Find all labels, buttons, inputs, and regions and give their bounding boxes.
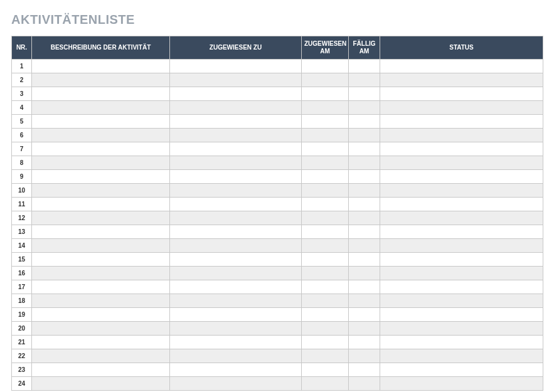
cell-status[interactable] xyxy=(380,101,543,115)
cell-assigned-to[interactable] xyxy=(170,377,302,391)
cell-due-on[interactable] xyxy=(349,280,380,294)
cell-due-on[interactable] xyxy=(349,267,380,280)
cell-due-on[interactable] xyxy=(349,211,380,225)
cell-assigned-to[interactable] xyxy=(170,73,302,87)
cell-description[interactable] xyxy=(32,322,170,336)
cell-due-on[interactable] xyxy=(349,198,380,211)
cell-due-on[interactable] xyxy=(349,115,380,129)
cell-assigned-to[interactable] xyxy=(170,308,302,322)
cell-description[interactable] xyxy=(32,198,170,211)
cell-due-on[interactable] xyxy=(349,184,380,198)
cell-assigned-to[interactable] xyxy=(170,322,302,336)
cell-description[interactable] xyxy=(32,211,170,225)
cell-description[interactable] xyxy=(32,225,170,239)
cell-description[interactable] xyxy=(32,73,170,87)
cell-assigned-to[interactable] xyxy=(170,60,302,73)
cell-assigned-to[interactable] xyxy=(170,156,302,170)
cell-description[interactable] xyxy=(32,294,170,308)
cell-assigned-to[interactable] xyxy=(170,170,302,184)
cell-status[interactable] xyxy=(380,211,543,225)
cell-assigned-on[interactable] xyxy=(302,184,349,198)
cell-assigned-on[interactable] xyxy=(302,129,349,142)
cell-due-on[interactable] xyxy=(349,322,380,336)
cell-assigned-on[interactable] xyxy=(302,198,349,211)
cell-assigned-to[interactable] xyxy=(170,253,302,267)
cell-status[interactable] xyxy=(380,156,543,170)
cell-assigned-on[interactable] xyxy=(302,142,349,156)
cell-due-on[interactable] xyxy=(349,349,380,363)
cell-status[interactable] xyxy=(380,239,543,253)
cell-assigned-on[interactable] xyxy=(302,294,349,308)
cell-description[interactable] xyxy=(32,336,170,349)
cell-assigned-on[interactable] xyxy=(302,322,349,336)
cell-assigned-on[interactable] xyxy=(302,239,349,253)
cell-assigned-on[interactable] xyxy=(302,253,349,267)
cell-assigned-to[interactable] xyxy=(170,267,302,280)
cell-assigned-on[interactable] xyxy=(302,115,349,129)
cell-due-on[interactable] xyxy=(349,142,380,156)
cell-due-on[interactable] xyxy=(349,363,380,377)
cell-assigned-on[interactable] xyxy=(302,377,349,391)
cell-due-on[interactable] xyxy=(349,60,380,73)
cell-assigned-to[interactable] xyxy=(170,211,302,225)
cell-assigned-on[interactable] xyxy=(302,363,349,377)
cell-status[interactable] xyxy=(380,377,543,391)
cell-assigned-on[interactable] xyxy=(302,349,349,363)
cell-due-on[interactable] xyxy=(349,87,380,101)
cell-status[interactable] xyxy=(380,280,543,294)
cell-assigned-on[interactable] xyxy=(302,156,349,170)
cell-status[interactable] xyxy=(380,170,543,184)
cell-status[interactable] xyxy=(380,349,543,363)
cell-status[interactable] xyxy=(380,294,543,308)
cell-assigned-to[interactable] xyxy=(170,129,302,142)
cell-status[interactable] xyxy=(380,87,543,101)
cell-due-on[interactable] xyxy=(349,129,380,142)
cell-due-on[interactable] xyxy=(349,170,380,184)
cell-description[interactable] xyxy=(32,142,170,156)
cell-assigned-on[interactable] xyxy=(302,73,349,87)
cell-assigned-on[interactable] xyxy=(302,336,349,349)
cell-status[interactable] xyxy=(380,142,543,156)
cell-assigned-to[interactable] xyxy=(170,294,302,308)
cell-status[interactable] xyxy=(380,336,543,349)
cell-due-on[interactable] xyxy=(349,253,380,267)
cell-assigned-to[interactable] xyxy=(170,142,302,156)
cell-description[interactable] xyxy=(32,308,170,322)
cell-status[interactable] xyxy=(380,184,543,198)
cell-assigned-to[interactable] xyxy=(170,336,302,349)
cell-description[interactable] xyxy=(32,377,170,391)
cell-description[interactable] xyxy=(32,60,170,73)
cell-assigned-to[interactable] xyxy=(170,87,302,101)
cell-assigned-on[interactable] xyxy=(302,87,349,101)
cell-status[interactable] xyxy=(380,267,543,280)
cell-assigned-to[interactable] xyxy=(170,101,302,115)
cell-assigned-to[interactable] xyxy=(170,363,302,377)
cell-description[interactable] xyxy=(32,267,170,280)
cell-status[interactable] xyxy=(380,115,543,129)
cell-assigned-on[interactable] xyxy=(302,211,349,225)
cell-assigned-on[interactable] xyxy=(302,101,349,115)
cell-assigned-on[interactable] xyxy=(302,308,349,322)
cell-assigned-on[interactable] xyxy=(302,225,349,239)
cell-status[interactable] xyxy=(380,198,543,211)
cell-due-on[interactable] xyxy=(349,101,380,115)
cell-assigned-on[interactable] xyxy=(302,267,349,280)
cell-assigned-to[interactable] xyxy=(170,349,302,363)
cell-description[interactable] xyxy=(32,101,170,115)
cell-description[interactable] xyxy=(32,280,170,294)
cell-status[interactable] xyxy=(380,60,543,73)
cell-status[interactable] xyxy=(380,73,543,87)
cell-description[interactable] xyxy=(32,87,170,101)
cell-description[interactable] xyxy=(32,253,170,267)
cell-status[interactable] xyxy=(380,129,543,142)
cell-assigned-to[interactable] xyxy=(170,115,302,129)
cell-due-on[interactable] xyxy=(349,239,380,253)
cell-due-on[interactable] xyxy=(349,336,380,349)
cell-description[interactable] xyxy=(32,239,170,253)
cell-description[interactable] xyxy=(32,115,170,129)
cell-status[interactable] xyxy=(380,308,543,322)
cell-description[interactable] xyxy=(32,156,170,170)
cell-description[interactable] xyxy=(32,129,170,142)
cell-status[interactable] xyxy=(380,253,543,267)
cell-due-on[interactable] xyxy=(349,294,380,308)
